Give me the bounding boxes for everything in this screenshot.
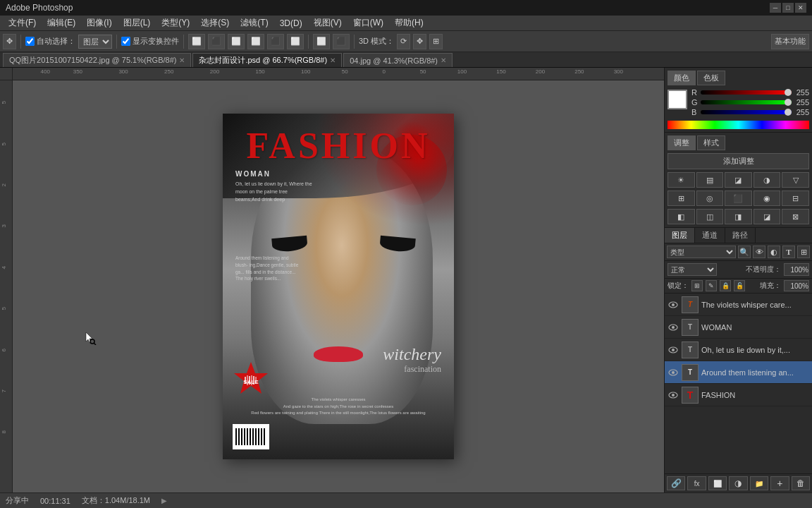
menu-3d[interactable]: 3D(D) <box>274 17 308 30</box>
distribute-v-btn[interactable]: ⬛ <box>333 34 350 49</box>
minimize-button[interactable]: ─ <box>770 3 781 13</box>
distribute-btn[interactable]: ⬜ <box>313 34 330 49</box>
color-b-slider[interactable] <box>701 110 792 114</box>
color-g-slider[interactable] <box>701 100 792 104</box>
color-r-slider[interactable] <box>701 90 792 95</box>
swatch-tab[interactable]: 色板 <box>697 71 725 85</box>
tab-04-close[interactable]: ✕ <box>441 56 446 64</box>
auto-select-dropdown[interactable]: 图层 <box>78 35 112 49</box>
hue-icon[interactable]: ◎ <box>696 190 724 206</box>
menu-view[interactable]: 视图(V) <box>308 16 347 30</box>
menu-edit[interactable]: 编辑(E) <box>42 16 81 30</box>
close-button[interactable]: ✕ <box>795 3 806 13</box>
magazine-canvas[interactable]: FASHION WOMAN Oh, let us lie down by it,… <box>13 80 664 492</box>
gradient-icon[interactable]: ▽ <box>782 172 809 188</box>
svg-marker-0 <box>234 362 268 394</box>
layer-group-icon[interactable]: 📁 <box>750 476 768 490</box>
layer-item[interactable]: T WOMAN <box>665 316 812 339</box>
align-left-btn[interactable]: ⬜ <box>188 34 205 49</box>
layer-item[interactable]: T Around them listening an... <box>665 361 812 384</box>
color-spectrum-bar[interactable] <box>668 121 809 129</box>
status-arrow[interactable]: ▶ <box>161 497 167 504</box>
menu-help[interactable]: 帮助(H) <box>389 16 429 30</box>
align-right-btn[interactable]: ⬜ <box>228 34 245 49</box>
gradient-map-icon[interactable]: ◪ <box>753 209 781 224</box>
selective-color-icon[interactable]: ⊠ <box>782 209 809 224</box>
layer-item[interactable]: T FASHION <box>665 384 812 406</box>
tab-qq[interactable]: QQ图片20151007150422.jpg @ 75.1%(RGB/8#) ✕ <box>3 53 191 67</box>
3d-move-btn[interactable]: ✥ <box>413 34 426 49</box>
tab-magazine-close[interactable]: ✕ <box>330 56 336 64</box>
layer-visibility-toggle[interactable] <box>668 367 679 378</box>
tab-magazine[interactable]: 杂志封面设计.psd @ 66.7%(RGB/8#) ✕ <box>192 53 342 67</box>
layers-tab-layers[interactable]: 图层 <box>665 228 695 243</box>
lock-artboard-icon[interactable]: 🔓 <box>734 280 745 291</box>
sharing-label: 分享中 <box>6 495 29 506</box>
menu-image[interactable]: 图像(I) <box>81 16 117 30</box>
layer-new-icon[interactable]: + <box>770 476 789 490</box>
layer-adj-icon[interactable]: ◐ <box>768 246 780 258</box>
layer-pin-icon[interactable]: ⊞ <box>797 246 810 258</box>
adjust-tab[interactable]: 调整 <box>668 135 696 150</box>
brightness-icon[interactable]: ☀ <box>668 172 695 188</box>
add-adjust-button[interactable]: 添加调整 <box>668 153 809 169</box>
invert-icon[interactable]: ◧ <box>668 209 695 224</box>
layer-adj-add-icon[interactable]: ◑ <box>729 476 747 490</box>
align-bottom-btn[interactable]: ⬜ <box>287 34 304 49</box>
menu-select[interactable]: 选择(S) <box>195 16 235 30</box>
colorbalance-icon[interactable]: ⬛ <box>725 190 752 206</box>
layer-search-icon[interactable]: 🔍 <box>738 246 751 258</box>
lock-all-icon[interactable]: 🔒 <box>720 280 731 291</box>
exposure-icon[interactable]: ◑ <box>753 172 781 188</box>
menu-filter[interactable]: 滤镜(T) <box>235 16 273 30</box>
layer-mask-icon[interactable]: ⬜ <box>708 476 727 490</box>
vibrance-icon[interactable]: ⊞ <box>668 190 695 206</box>
tab-qq-close[interactable]: ✕ <box>179 56 185 64</box>
lock-pos-icon[interactable]: ✎ <box>706 280 717 291</box>
posterize-icon[interactable]: ◫ <box>696 209 724 224</box>
layer-visibility-toggle[interactable] <box>668 389 679 401</box>
opacity-input[interactable] <box>784 263 809 276</box>
menu-type[interactable]: 类型(Y) <box>156 16 195 30</box>
style-tab[interactable]: 样式 <box>697 135 725 150</box>
layer-text-icon[interactable]: T <box>782 246 795 258</box>
curves-icon[interactable]: ◪ <box>725 172 752 188</box>
layer-type-select[interactable]: 类型 <box>667 246 736 258</box>
layer-visibility-toggle[interactable] <box>668 299 679 310</box>
menu-window[interactable]: 窗口(W) <box>347 16 389 30</box>
menu-file[interactable]: 文件(F) <box>3 16 42 30</box>
photofilter-icon[interactable]: ◉ <box>753 190 781 206</box>
auto-select-check[interactable]: 自动选择： <box>25 36 75 47</box>
fill-input[interactable] <box>784 280 809 291</box>
align-middle-btn[interactable]: ⬛ <box>267 34 284 49</box>
layer-item[interactable]: T Oh, let us lie down by it,... <box>665 339 812 361</box>
align-center-btn[interactable]: ⬛ <box>208 34 225 49</box>
layer-visibility-toggle[interactable] <box>668 322 679 333</box>
document-tabs: QQ图片20151007150422.jpg @ 75.1%(RGB/8#) ✕… <box>0 52 812 68</box>
3d-scale-btn[interactable]: ⊞ <box>429 34 443 49</box>
show-transform-check[interactable]: 显示变换控件 <box>121 36 179 47</box>
tab-04[interactable]: 04.jpg @ 41.3%(RGB/8#) ✕ <box>343 53 453 67</box>
menu-layer[interactable]: 图层(L) <box>118 16 156 30</box>
layer-link-icon[interactable]: 🔗 <box>667 476 685 490</box>
threshold-icon[interactable]: ◨ <box>725 209 752 224</box>
3d-rotate-btn[interactable]: ⟳ <box>397 34 410 49</box>
maximize-button[interactable]: □ <box>782 3 794 13</box>
layer-style-icon[interactable]: fx <box>687 476 706 490</box>
lock-px-icon[interactable]: ⊞ <box>691 280 703 291</box>
align-top-btn[interactable]: ⬜ <box>247 34 264 49</box>
adjust-icons-row2: ⊞ ◎ ⬛ ◉ ⊟ <box>668 190 809 206</box>
layers-tab-paths[interactable]: 路径 <box>725 228 756 243</box>
layers-tab-channels[interactable]: 通道 <box>695 228 725 243</box>
layer-item[interactable]: T The violets whisper care... <box>665 294 812 316</box>
blend-mode-select[interactable]: 正常 <box>668 263 717 276</box>
basic-func-btn[interactable]: 基本功能 <box>771 34 809 49</box>
layer-visibility-toggle[interactable] <box>668 344 679 356</box>
layer-filter-eye-icon[interactable]: 👁 <box>753 246 765 258</box>
levels-icon[interactable]: ▤ <box>696 172 724 188</box>
color-tab[interactable]: 颜色 <box>668 71 696 85</box>
channelmixer-icon[interactable]: ⊟ <box>782 190 809 206</box>
layer-delete-icon[interactable]: 🗑 <box>792 476 810 490</box>
tool-move[interactable]: ✥ <box>3 34 16 49</box>
color-preview-swatch[interactable] <box>668 90 687 109</box>
